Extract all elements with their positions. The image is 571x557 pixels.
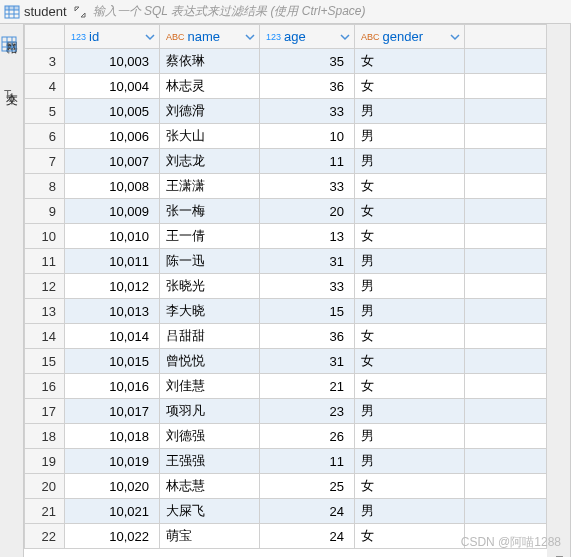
table-row[interactable]: 910,009张一梅20女 — [25, 199, 547, 224]
cell-name[interactable]: 曾悦悦 — [160, 349, 260, 374]
cell-age[interactable]: 23 — [260, 399, 355, 424]
cell-age[interactable]: 11 — [260, 449, 355, 474]
sidebar-tab-grid[interactable]: 网格 — [1, 28, 22, 55]
corner-cell[interactable] — [25, 25, 65, 49]
cell-gender[interactable]: 女 — [355, 374, 465, 399]
cell-gender[interactable]: 男 — [355, 399, 465, 424]
row-number[interactable]: 9 — [25, 199, 65, 224]
column-header-gender[interactable]: ABCgender — [355, 25, 465, 49]
table-row[interactable]: 1710,017项羽凡23男 — [25, 399, 547, 424]
cell-gender[interactable]: 男 — [355, 449, 465, 474]
table-row[interactable]: 1010,010王一倩13女 — [25, 224, 547, 249]
cell-gender[interactable]: 男 — [355, 299, 465, 324]
table-row[interactable]: 410,004林志灵36女 — [25, 74, 547, 99]
cell-name[interactable]: 陈一迅 — [160, 249, 260, 274]
cell-id[interactable]: 10,004 — [65, 74, 160, 99]
cell-age[interactable]: 31 — [260, 249, 355, 274]
cell-gender[interactable]: 男 — [355, 249, 465, 274]
cell-gender[interactable]: 女 — [355, 474, 465, 499]
table-row[interactable]: 1210,012张晓光33男 — [25, 274, 547, 299]
expand-icon[interactable] — [73, 5, 87, 19]
table-row[interactable]: 1610,016刘佳慧21女 — [25, 374, 547, 399]
cell-name[interactable]: 刘德滑 — [160, 99, 260, 124]
cell-id[interactable]: 10,012 — [65, 274, 160, 299]
cell-age[interactable]: 25 — [260, 474, 355, 499]
cell-id[interactable]: 10,014 — [65, 324, 160, 349]
cell-name[interactable]: 刘德强 — [160, 424, 260, 449]
cell-age[interactable]: 13 — [260, 224, 355, 249]
cell-name[interactable]: 张一梅 — [160, 199, 260, 224]
cell-gender[interactable]: 男 — [355, 424, 465, 449]
cell-gender[interactable]: 男 — [355, 499, 465, 524]
cell-id[interactable]: 10,015 — [65, 349, 160, 374]
cell-gender[interactable]: 女 — [355, 524, 465, 549]
cell-id[interactable]: 10,011 — [65, 249, 160, 274]
cell-age[interactable]: 33 — [260, 99, 355, 124]
cell-age[interactable]: 21 — [260, 374, 355, 399]
cell-age[interactable]: 20 — [260, 199, 355, 224]
cell-name[interactable]: 张大山 — [160, 124, 260, 149]
cell-gender[interactable]: 男 — [355, 99, 465, 124]
cell-name[interactable]: 萌宝 — [160, 524, 260, 549]
row-number[interactable]: 20 — [25, 474, 65, 499]
cell-age[interactable]: 11 — [260, 149, 355, 174]
filter-hint[interactable]: 输入一个 SQL 表达式来过滤结果 (使用 Ctrl+Space) — [93, 3, 366, 20]
chevron-down-icon[interactable] — [145, 32, 155, 42]
cell-gender[interactable]: 女 — [355, 349, 465, 374]
row-number[interactable]: 11 — [25, 249, 65, 274]
row-number[interactable]: 8 — [25, 174, 65, 199]
cell-id[interactable]: 10,009 — [65, 199, 160, 224]
table-row[interactable]: 1810,018刘德强26男 — [25, 424, 547, 449]
cell-id[interactable]: 10,021 — [65, 499, 160, 524]
cell-gender[interactable]: 男 — [355, 149, 465, 174]
cell-gender[interactable]: 女 — [355, 49, 465, 74]
cell-name[interactable]: 刘志龙 — [160, 149, 260, 174]
cell-name[interactable]: 张晓光 — [160, 274, 260, 299]
cell-id[interactable]: 10,010 — [65, 224, 160, 249]
chevron-down-icon[interactable] — [340, 32, 350, 42]
cell-name[interactable]: 林志慧 — [160, 474, 260, 499]
table-row[interactable]: 2110,021大屎飞24男 — [25, 499, 547, 524]
cell-name[interactable]: 项羽凡 — [160, 399, 260, 424]
cell-name[interactable]: 王一倩 — [160, 224, 260, 249]
row-number[interactable]: 16 — [25, 374, 65, 399]
table-row[interactable]: 1510,015曾悦悦31女 — [25, 349, 547, 374]
cell-gender[interactable]: 女 — [355, 199, 465, 224]
row-number[interactable]: 18 — [25, 424, 65, 449]
row-number[interactable]: 17 — [25, 399, 65, 424]
table-row[interactable]: 710,007刘志龙11男 — [25, 149, 547, 174]
row-number[interactable]: 5 — [25, 99, 65, 124]
cell-age[interactable]: 36 — [260, 74, 355, 99]
cell-gender[interactable]: 女 — [355, 74, 465, 99]
cell-name[interactable]: 林志灵 — [160, 74, 260, 99]
cell-age[interactable]: 33 — [260, 174, 355, 199]
cell-age[interactable]: 10 — [260, 124, 355, 149]
row-number[interactable]: 7 — [25, 149, 65, 174]
table-row[interactable]: 810,008王潇潇33女 — [25, 174, 547, 199]
row-number[interactable]: 10 — [25, 224, 65, 249]
cell-name[interactable]: 李大晓 — [160, 299, 260, 324]
table-row[interactable]: 310,003蔡依琳35女 — [25, 49, 547, 74]
cell-id[interactable]: 10,003 — [65, 49, 160, 74]
row-number[interactable]: 19 — [25, 449, 65, 474]
cell-gender[interactable]: 女 — [355, 174, 465, 199]
table-row[interactable]: 610,006张大山10男 — [25, 124, 547, 149]
cell-age[interactable]: 31 — [260, 349, 355, 374]
column-header-id[interactable]: 123id — [65, 25, 160, 49]
cell-id[interactable]: 10,007 — [65, 149, 160, 174]
cell-age[interactable]: 33 — [260, 274, 355, 299]
cell-id[interactable]: 10,013 — [65, 299, 160, 324]
chevron-down-icon[interactable] — [245, 32, 255, 42]
row-number[interactable]: 12 — [25, 274, 65, 299]
row-number[interactable]: 14 — [25, 324, 65, 349]
table-name[interactable]: student — [24, 4, 67, 19]
cell-name[interactable]: 大屎飞 — [160, 499, 260, 524]
row-number[interactable]: 15 — [25, 349, 65, 374]
table-row[interactable]: 1310,013李大晓15男 — [25, 299, 547, 324]
row-number[interactable]: 21 — [25, 499, 65, 524]
cell-name[interactable]: 王潇潇 — [160, 174, 260, 199]
cell-age[interactable]: 36 — [260, 324, 355, 349]
row-number[interactable]: 4 — [25, 74, 65, 99]
table-row[interactable]: 2010,020林志慧25女 — [25, 474, 547, 499]
cell-gender[interactable]: 女 — [355, 324, 465, 349]
